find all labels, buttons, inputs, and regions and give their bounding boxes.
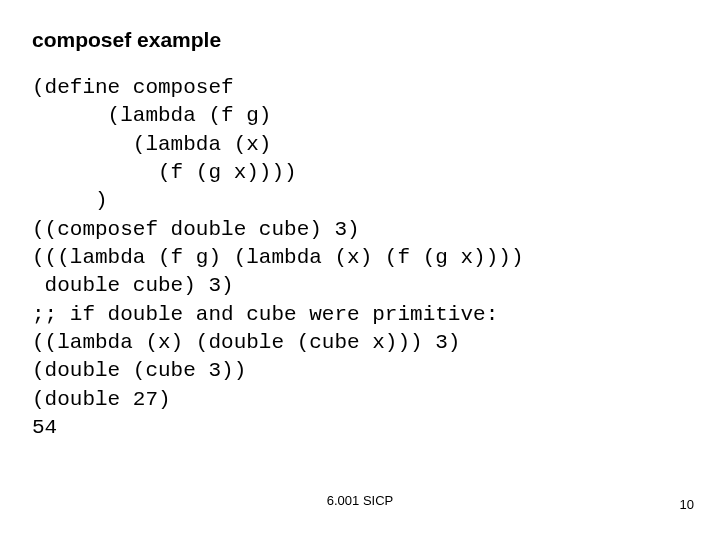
slide-title: composef example xyxy=(32,28,688,52)
page-number: 10 xyxy=(680,497,694,512)
footer-course: 6.001 SICP xyxy=(0,493,720,508)
slide: composef example (define composef (lambd… xyxy=(0,0,720,540)
code-block: (define composef (lambda (f g) (lambda (… xyxy=(32,74,688,442)
